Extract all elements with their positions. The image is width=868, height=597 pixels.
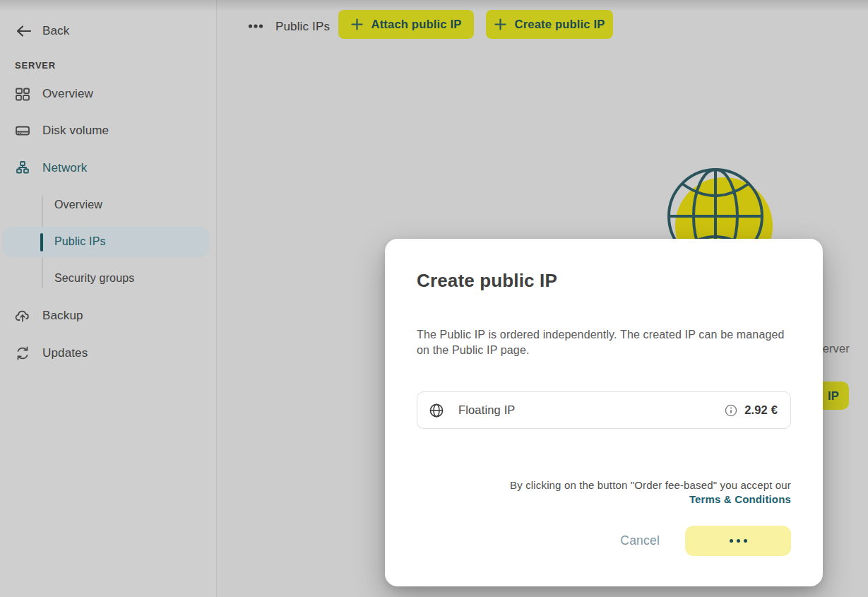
sidebar-item-updates[interactable]: Updates bbox=[0, 342, 216, 365]
modal-title: Create public IP bbox=[417, 270, 557, 292]
sidebar-subitem-label: Overview bbox=[54, 199, 102, 211]
selected-subitem-bar bbox=[40, 233, 43, 252]
sidebar-item-label: Overview bbox=[42, 87, 93, 101]
sidebar-item-network[interactable]: Network bbox=[0, 157, 216, 179]
app-root: Back SERVER Overview Disk volume bbox=[0, 0, 868, 597]
cloud-backup-icon bbox=[14, 307, 31, 324]
sidebar-subitem-public-ips[interactable]: Public IPs bbox=[54, 232, 106, 252]
globe-icon bbox=[429, 403, 444, 418]
sidebar-item-label: Network bbox=[42, 161, 87, 175]
sidebar-item-overview[interactable]: Overview bbox=[0, 83, 216, 105]
back-button[interactable]: Back bbox=[0, 20, 216, 42]
sidebar-item-label: Disk volume bbox=[42, 124, 109, 138]
create-public-ip-modal: Create public IP The Public IP is ordere… bbox=[385, 239, 823, 586]
ellipsis-icon[interactable] bbox=[248, 22, 263, 30]
terms-paragraph: By clicking on the button "Order fee-bas… bbox=[415, 478, 791, 507]
order-fee-based-button-loading[interactable] bbox=[685, 526, 791, 556]
sidebar-subitem-label: Security groups bbox=[54, 272, 134, 285]
attach-public-ip-button[interactable]: Attach public IP bbox=[338, 10, 474, 39]
floating-ip-option-row[interactable]: Floating IP 2.92 € bbox=[417, 391, 791, 429]
disk-icon bbox=[14, 122, 31, 139]
modal-actions: Cancel bbox=[620, 526, 791, 556]
plus-icon bbox=[494, 18, 506, 30]
loading-dot bbox=[730, 539, 733, 543]
create-public-ip-label: Create public IP bbox=[515, 18, 605, 31]
modal-description: The Public IP is ordered independently. … bbox=[417, 327, 792, 358]
selected-subitem-highlight[interactable] bbox=[2, 227, 210, 257]
loading-dot bbox=[744, 539, 747, 543]
terms-and-conditions-link[interactable]: Terms & Conditions bbox=[689, 493, 791, 505]
sidebar-item-disk-volume[interactable]: Disk volume bbox=[0, 119, 216, 142]
back-label: Back bbox=[42, 24, 69, 38]
floating-ip-label: Floating IP bbox=[458, 403, 516, 417]
refresh-icon bbox=[14, 345, 31, 362]
arrow-left-icon bbox=[16, 25, 32, 37]
sidebar-section-label: SERVER bbox=[15, 60, 56, 71]
sidebar: Back SERVER Overview Disk volume bbox=[0, 0, 217, 597]
create-public-ip-button[interactable]: Create public IP bbox=[486, 10, 613, 39]
sidebar-subitem-network-overview[interactable]: Overview bbox=[54, 195, 102, 215]
cancel-button[interactable]: Cancel bbox=[620, 533, 660, 548]
terms-text: By clicking on the button "Order fee-bas… bbox=[510, 479, 791, 491]
sidebar-item-backup[interactable]: Backup bbox=[0, 305, 216, 327]
sidebar-item-label: Backup bbox=[42, 309, 83, 323]
attach-public-ip-label: Attach public IP bbox=[371, 18, 462, 31]
network-icon bbox=[14, 160, 31, 177]
sidebar-item-label: Updates bbox=[42, 346, 88, 360]
price-label: 2.92 € bbox=[744, 403, 778, 417]
page-title: Public IPs bbox=[275, 20, 330, 34]
sidebar-subitem-label: Public IPs bbox=[54, 235, 106, 248]
loading-dot bbox=[737, 539, 740, 543]
sidebar-subitem-security-groups[interactable]: Security groups bbox=[54, 268, 134, 288]
info-icon[interactable] bbox=[725, 404, 737, 417]
dashboard-icon bbox=[14, 85, 31, 102]
plus-icon bbox=[351, 18, 363, 30]
